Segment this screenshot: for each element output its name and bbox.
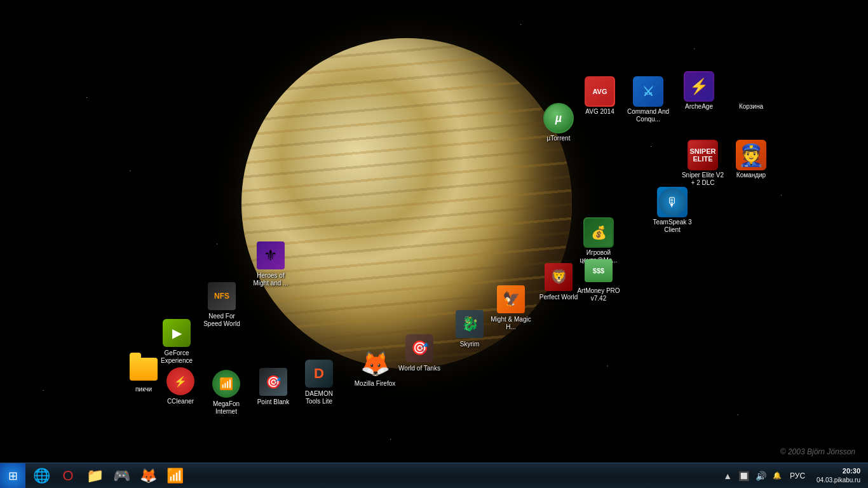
icon-label-artmoney: ArtMoney PRO v7.42: [577, 287, 620, 302]
desktop-icon-avg[interactable]: AVG AVG 2014: [577, 75, 623, 117]
desktop-icon-cmd[interactable]: ⚔ Command And Conqu...: [625, 75, 671, 125]
icon-label-teamspeak: TeamSpeak 3 Client: [651, 219, 694, 234]
taskbar-firefox[interactable]: 🦊: [135, 464, 161, 488]
desktop: µ µTorrent AVG AVG 2014 ⚔ Command And Co…: [0, 0, 868, 488]
icon-label-firefox: Mozilla Firefox: [355, 380, 395, 388]
desktop-icon-perfectworld[interactable]: 🦁 Perfect World: [536, 261, 581, 302]
icon-label-avg: AVG 2014: [585, 108, 614, 116]
icon-label-utorrent: µTorrent: [547, 135, 571, 142]
icon-label-ccleaner: CCleaner: [167, 398, 194, 405]
desktop-icon-commander[interactable]: 👮 Командир: [728, 139, 774, 180]
tray-network[interactable]: 🔲: [736, 470, 751, 482]
desktop-icon-megafon[interactable]: 📶 MegaFon Internet: [203, 367, 249, 417]
system-clock[interactable]: 20:30 04.03.pikabu.ru: [811, 465, 865, 486]
taskbar-wot[interactable]: 🎮: [109, 464, 134, 488]
desktop-icon-pointblank[interactable]: 🎯 Point Blank: [250, 365, 296, 407]
tray-unknown[interactable]: 🔔: [771, 470, 783, 481]
clock-time: 20:30: [817, 466, 860, 476]
icon-label-commander: Командир: [736, 172, 766, 179]
tray-expand[interactable]: ▲: [721, 470, 734, 482]
icon-label-megafon: MegaFon Internet: [205, 400, 248, 416]
icon-label-daemon: DAEMON Tools Lite: [297, 390, 341, 405]
icon-label-sniper: Sniper Elite V2 + 2 DLC: [681, 172, 724, 187]
icon-label-wot: World of Tanks: [398, 365, 440, 372]
desktop-icon-heroes[interactable]: ⚜ Heroes of Might and ...: [248, 239, 294, 288]
taskbar-tray: ▲ 🔲 🔊 🔔 РУС 20:30 04.03.pikabu.ru: [721, 463, 868, 488]
clock-date: 04.03.pikabu.ru: [817, 476, 860, 485]
desktop-icon-daemon[interactable]: D DAEMON Tools Lite: [296, 357, 342, 407]
icon-label-archage: ArcheAge: [685, 103, 713, 111]
copyright-text: © 2003 Björn Jönsson: [780, 447, 855, 456]
icon-label-cmd: Command And Conqu...: [627, 108, 670, 123]
desktop-icon-trash[interactable]: 🗑 Корзина: [728, 70, 774, 112]
desktop-icon-wot[interactable]: 🎯 World of Tanks: [397, 332, 442, 374]
desktop-icon-archage[interactable]: ⚡ ArcheAge: [676, 70, 722, 112]
taskbar-apps: 🌐 O 📁 🎮 🦊 📶: [25, 463, 721, 488]
desktop-icon-skyrim[interactable]: 🐉 Skyrim: [447, 308, 492, 349]
taskbar-ie[interactable]: 🌐: [29, 464, 54, 488]
language-indicator[interactable]: РУС: [786, 470, 809, 482]
desktop-icon-artmoney[interactable]: $$$ ArtMoney PRO v7.42: [576, 254, 621, 304]
desktop-icon-ccleaner[interactable]: ⚡ CCleaner: [158, 365, 203, 407]
desktop-icon-utorrent[interactable]: µ µTorrent: [536, 102, 581, 144]
tray-volume[interactable]: 🔊: [754, 470, 768, 482]
taskbar-explorer[interactable]: 📁: [82, 464, 107, 488]
icon-label-skyrim: Skyrim: [460, 341, 480, 348]
icon-label-mightmagic: Might & Magic H...: [489, 316, 532, 331]
icon-label-perfectworld: Perfect World: [539, 294, 578, 301]
taskbar-megafon[interactable]: 📶: [162, 464, 187, 488]
start-button[interactable]: ⊞: [0, 463, 25, 489]
icon-label-nfs: Need For Speed World: [200, 313, 243, 328]
taskbar: ⊞ 🌐 O 📁 🎮 🦊 📶: [0, 463, 868, 488]
icon-label-heroes: Heroes of Might and ...: [249, 272, 292, 287]
desktop-icon-sniper[interactable]: SNIPERELITE Sniper Elite V2 + 2 DLC: [680, 139, 726, 188]
desktop-icon-teamspeak[interactable]: 🎙 TeamSpeak 3 Client: [649, 186, 695, 235]
desktop-icon-firefox[interactable]: 🦊 Mozilla Firefox: [352, 347, 398, 389]
icon-label-pointblank: Point Blank: [257, 398, 290, 406]
icon-label-trash: Корзина: [739, 103, 763, 111]
icon-label-folder: пикчи: [135, 386, 152, 393]
desktop-icon-mightmagic[interactable]: 🦅 Might & Magic H...: [488, 283, 534, 332]
desktop-icon-nfs[interactable]: NFS Need For Speed World: [199, 280, 245, 329]
taskbar-opera[interactable]: O: [55, 464, 81, 488]
